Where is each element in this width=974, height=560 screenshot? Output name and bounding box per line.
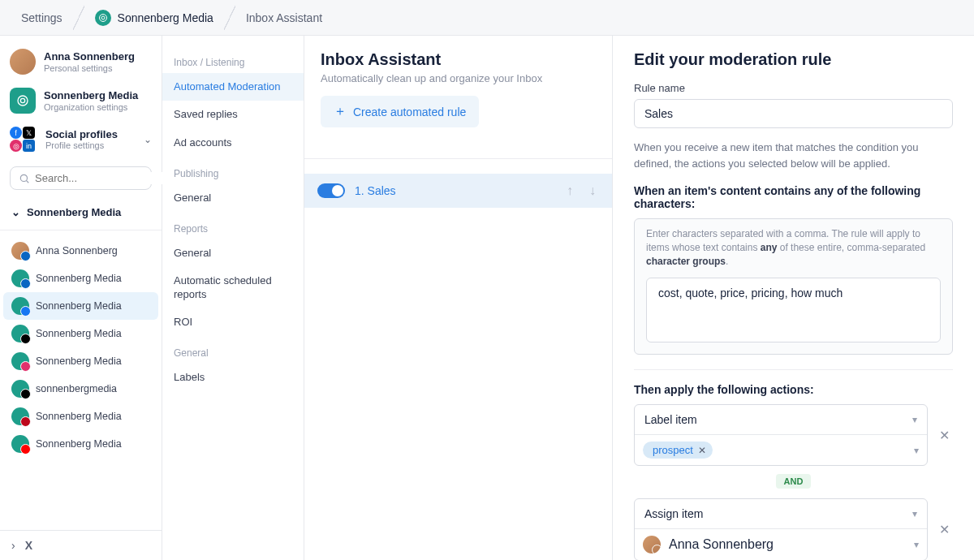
crumb-org-label: Sonnenberg Media: [118, 11, 213, 24]
settings-nav: Inbox / Listening Automated Moderation S…: [162, 36, 304, 560]
remove-action-button[interactable]: ✕: [936, 428, 953, 443]
search-field[interactable]: [35, 172, 171, 184]
inbox-assistant-subtitle: Automatically clean up and organize your…: [321, 72, 596, 84]
nav-automated-moderation[interactable]: Automated Moderation: [162, 73, 304, 101]
sidebar-bottom-row[interactable]: › X: [0, 530, 162, 560]
rule-name-input[interactable]: [634, 99, 953, 128]
rule-toggle[interactable]: [317, 183, 345, 198]
profile-avatar: [11, 380, 29, 398]
chevron-right-icon: ›: [11, 539, 15, 552]
action-2-value-select[interactable]: Anna Sonnenberg ▾: [635, 528, 927, 560]
user-subtitle: Personal settings: [44, 63, 135, 73]
caret-down-icon: ▾: [912, 508, 917, 519]
chip-text: prospect: [653, 444, 693, 456]
action-1-type-select[interactable]: Label item ▾: [635, 405, 927, 434]
nav-group-general: General: [162, 336, 304, 364]
label-chip[interactable]: prospect ✕: [643, 442, 713, 459]
chevron-down-icon: ⌄: [11, 206, 20, 218]
inbox-assistant-column: Inbox Assistant Automatically clean up a…: [304, 36, 613, 560]
profile-label: Sonnenberg Media: [36, 300, 122, 312]
action-2-type-select[interactable]: Assign item ▾: [635, 499, 927, 528]
svg-point-0: [101, 16, 105, 19]
chip-remove-icon[interactable]: ✕: [698, 445, 706, 456]
svg-point-1: [99, 14, 106, 21]
profile-item[interactable]: Sonnenberg Media: [3, 292, 158, 320]
rule-editor-column: Edit your moderation rule Rule name When…: [613, 36, 974, 560]
nav-saved-replies[interactable]: Saved replies: [162, 101, 304, 128]
and-connector: AND: [634, 474, 953, 489]
action-2-select: Assign item ▾ Anna Sonnenberg ▾: [634, 498, 928, 560]
move-up-icon[interactable]: ↑: [563, 183, 576, 198]
profile-label: sonnenbergmedia: [36, 383, 117, 394]
and-label: AND: [776, 474, 812, 489]
svg-line-5: [26, 180, 28, 183]
assignee-name: Anna Sonnenberg: [669, 537, 774, 552]
condition-help-text: Enter characters separated with a comma.…: [635, 219, 952, 274]
profile-item[interactable]: Anna Sonnenberg: [3, 237, 158, 265]
user-name: Anna Sonnenberg: [44, 50, 135, 63]
org-subtitle: Organization settings: [44, 102, 138, 112]
sidebar-user[interactable]: Anna Sonnenberg Personal settings: [0, 42, 162, 81]
caret-down-icon: ▾: [914, 539, 919, 550]
profile-item[interactable]: sonnenbergmedia: [3, 375, 158, 403]
divider: [634, 369, 953, 370]
profile-item[interactable]: Sonnenberg Media: [3, 430, 158, 458]
search-icon: [19, 173, 30, 184]
crumb-page[interactable]: Inbox Assistant: [238, 6, 330, 29]
nav-auto-scheduled-reports[interactable]: Automatic scheduled reports: [162, 267, 304, 308]
rule-row-sales[interactable]: 1. Sales ↑ ↓: [304, 174, 612, 208]
profile-item[interactable]: Sonnenberg Media: [3, 403, 158, 430]
profile-avatar: [11, 435, 29, 453]
nav-ad-accounts[interactable]: Ad accounts: [162, 129, 304, 157]
facebook-icon: f: [10, 127, 22, 139]
assignee-avatar: [643, 536, 661, 554]
action-1-value-select[interactable]: prospect ✕ ▾: [635, 434, 927, 465]
svg-point-2: [20, 98, 24, 102]
sidebar-left: Anna Sonnenberg Personal settings Sonnen…: [0, 36, 162, 560]
profile-avatar: [11, 325, 29, 342]
org-logo-icon: [95, 10, 111, 26]
crumb-settings-label: Settings: [21, 11, 62, 24]
rule-info-text: When you receive a new item that matches…: [634, 140, 953, 171]
social-network-icons: f 𝕏 ◎ in: [10, 127, 37, 152]
condition-panel: Enter characters separated with a comma.…: [634, 218, 953, 355]
instagram-icon: ◎: [10, 140, 22, 152]
search-input[interactable]: [10, 166, 152, 190]
move-down-icon[interactable]: ↓: [586, 183, 599, 198]
keywords-value: cost, quote, price, pricing, how much: [658, 286, 843, 299]
chevron-icon: [71, 6, 87, 30]
nav-group-publishing: Publishing: [162, 157, 304, 184]
rule-label: 1. Sales: [355, 184, 554, 197]
plus-icon: ＋: [334, 103, 347, 120]
profile-item[interactable]: Sonnenberg Media: [3, 347, 158, 375]
profile-label: Anna Sonnenberg: [36, 245, 118, 256]
profile-label: Sonnenberg Media: [36, 438, 122, 450]
nav-general-publishing[interactable]: General: [162, 184, 304, 212]
nav-roi[interactable]: ROI: [162, 308, 304, 336]
sidebar-org[interactable]: Sonnenberg Media Organization settings: [0, 81, 162, 120]
crumb-org[interactable]: Sonnenberg Media: [87, 5, 222, 31]
profile-item[interactable]: Sonnenberg Media: [3, 320, 158, 347]
create-rule-label: Create automated rule: [353, 106, 466, 118]
nav-general-reports[interactable]: General: [162, 239, 304, 267]
action-1-type-label: Label item: [644, 413, 697, 426]
bottom-x-label: X: [25, 539, 32, 552]
sidebar-social[interactable]: f 𝕏 ◎ in Social profiles Profile setting…: [0, 120, 162, 158]
create-automated-rule-button[interactable]: ＋ Create automated rule: [321, 96, 479, 127]
breadcrumb-bar: Settings Sonnenberg Media Inbox Assistan…: [0, 0, 974, 36]
keywords-textarea[interactable]: cost, quote, price, pricing, how much: [646, 278, 941, 342]
crumb-page-label: Inbox Assistant: [246, 11, 322, 24]
chevron-icon: [222, 6, 238, 30]
divider: [0, 230, 162, 230]
profile-label: Sonnenberg Media: [36, 355, 122, 367]
remove-action-button[interactable]: ✕: [936, 522, 953, 537]
profile-item[interactable]: Sonnenberg Media: [3, 265, 158, 292]
org-collapse-row[interactable]: ⌄ Sonnenberg Media: [0, 198, 162, 226]
profile-avatar: [11, 297, 29, 315]
org-row-label: Sonnenberg Media: [27, 206, 121, 218]
profile-label: Sonnenberg Media: [36, 273, 122, 284]
nav-labels[interactable]: Labels: [162, 364, 304, 391]
crumb-settings[interactable]: Settings: [13, 6, 71, 29]
linkedin-icon: in: [23, 140, 35, 152]
svg-point-3: [18, 96, 28, 106]
